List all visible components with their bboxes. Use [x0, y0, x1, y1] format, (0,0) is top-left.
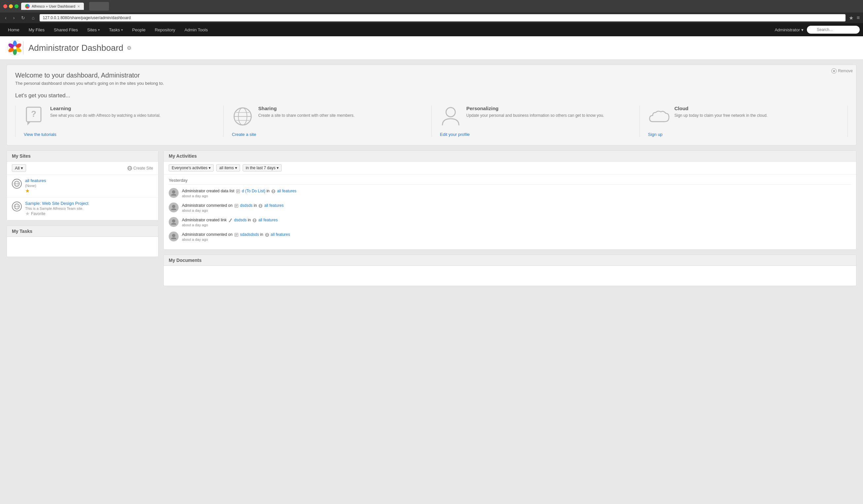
doc-icon-1 — [234, 204, 238, 208]
minimize-window-button[interactable] — [9, 4, 13, 8]
activity-site-link-0[interactable]: all features — [277, 189, 297, 193]
my-documents-body — [164, 266, 856, 286]
page-header: Administrator Dashboard ⚙ — [0, 36, 863, 60]
site-favorite-label-1[interactable]: Favorite — [31, 211, 45, 216]
nav-tasks[interactable]: Tasks ▾ — [104, 23, 127, 36]
activity-site-link-3[interactable]: all features — [271, 232, 290, 237]
nav-admin-tools[interactable]: Admin Tools — [180, 23, 213, 36]
sign-up-link[interactable]: Sign up — [648, 132, 663, 137]
admin-user-menu[interactable]: Administrator ▾ — [775, 27, 803, 32]
nav-sites[interactable]: Sites ▾ — [83, 23, 104, 36]
svg-point-7 — [13, 46, 16, 50]
learning-desc: See what you can do with Alfresco by wat… — [50, 113, 161, 118]
activities-items-filter[interactable]: all items ▾ — [216, 164, 240, 171]
sharing-title: Sharing — [258, 105, 354, 111]
list-doc-icon-0 — [236, 189, 240, 193]
remove-button[interactable]: ✕ Remove — [831, 68, 853, 74]
home-button[interactable]: ⌂ — [30, 14, 36, 21]
main-content: ✕ Remove Welcome to your dashboard, Admi… — [0, 60, 863, 291]
maximize-window-button[interactable] — [14, 4, 18, 8]
activity-doc-link-2[interactable]: dsdsds — [234, 218, 247, 222]
nav-right: Administrator ▾ 🔍 — [775, 26, 860, 34]
activity-doc-link-1[interactable]: dsdsds — [240, 203, 252, 208]
activity-time-2: about a day ago — [182, 223, 278, 227]
customize-dashboard-icon[interactable]: ⚙ — [127, 45, 132, 51]
browser-tab[interactable]: Alfresco » User Dashboard ✕ — [21, 3, 84, 10]
address-bar[interactable] — [40, 14, 846, 22]
site-name-all-features[interactable]: all features — [25, 178, 153, 183]
site-desc-all-features: (None) — [25, 184, 153, 188]
svg-text:?: ? — [31, 109, 36, 119]
feature-top-cloud: Cloud Sign up today to claim your free n… — [648, 105, 839, 127]
activity-detail-3: Administrator commented on sdadsdsds in — [182, 232, 290, 237]
site-favorite-star-0[interactable]: ★ — [25, 188, 153, 194]
activity-avatar-2 — [169, 217, 179, 227]
learning-title: Learning — [50, 105, 161, 111]
welcome-subtitle: The personal dashboard shows you what's … — [15, 81, 848, 86]
cloud-desc: Sign up today to claim your free network… — [675, 113, 767, 118]
activities-everyone-filter[interactable]: Everyone's activities ▾ — [169, 164, 214, 171]
activities-body: Yesterday Administrator created d — [164, 175, 856, 249]
tab-favicon — [25, 4, 30, 9]
activities-days-filter[interactable]: in the last 7 days ▾ — [243, 164, 282, 171]
admin-dropdown-icon: ▾ — [801, 27, 803, 32]
reload-button[interactable]: ↻ — [20, 14, 27, 21]
my-tasks-body — [7, 237, 158, 257]
my-documents-panel: My Documents — [163, 255, 856, 286]
activity-text-2: Administrator created link dsdsds in — [182, 217, 278, 227]
sites-filter-dropdown[interactable]: All ▾ — [12, 164, 26, 172]
activity-text-1: Administrator commented on dsdsds in — [182, 203, 284, 212]
learning-text: Learning See what you can do with Alfres… — [50, 105, 161, 118]
tasks-dropdown-icon: ▾ — [121, 28, 123, 32]
globe-create-icon — [127, 166, 132, 170]
sites-dropdown-icon: ▾ — [98, 28, 100, 32]
nav-shared-files[interactable]: Shared Files — [49, 23, 83, 36]
nav-people[interactable]: People — [127, 23, 150, 36]
view-tutorials-link[interactable]: View the tutorials — [24, 132, 57, 137]
site-favorite-star-1[interactable]: ★ — [25, 210, 30, 217]
activity-time-3: about a day ago — [182, 237, 290, 242]
activity-doc-link-3[interactable]: sdadsdsds — [240, 232, 259, 237]
feature-top-sharing: Sharing Create a site to share content w… — [232, 105, 423, 127]
edit-profile-link[interactable]: Edit your profile — [440, 132, 470, 137]
create-site-button[interactable]: Create Site — [127, 166, 153, 170]
activity-detail-2: Administrator created link dsdsds in — [182, 217, 278, 223]
site-globe-icon-2 — [12, 202, 22, 211]
welcome-title: Welcome to your dashboard, Administrator — [15, 72, 848, 79]
question-icon-svg: ? — [25, 105, 45, 127]
feature-personalizing: Personalizing Update your personal and b… — [432, 105, 640, 137]
window-controls — [3, 4, 18, 8]
nav-home[interactable]: Home — [3, 23, 24, 36]
back-button[interactable]: ‹ — [3, 14, 8, 21]
filter1-dropdown-icon: ▾ — [209, 166, 211, 170]
cloud-text: Cloud Sign up today to claim your free n… — [675, 105, 767, 118]
create-site-link[interactable]: Create a site — [232, 132, 256, 137]
activity-text-0: Administrator created data list d (To Do… — [182, 188, 297, 198]
filter2-dropdown-icon: ▾ — [235, 166, 237, 170]
tab-close-icon[interactable]: ✕ — [77, 4, 80, 8]
activity-site-link-2[interactable]: all features — [258, 218, 278, 222]
search-wrap: 🔍 — [807, 26, 860, 34]
cloud-icon — [648, 105, 670, 127]
link-icon-2 — [228, 218, 233, 222]
svg-marker-10 — [27, 122, 31, 125]
two-col-layout: My Sites All ▾ Create Site — [7, 151, 856, 286]
search-input[interactable] — [807, 26, 860, 34]
close-window-button[interactable] — [3, 4, 7, 8]
browser-menu-icon[interactable]: ≡ — [857, 15, 860, 21]
welcome-panel: ✕ Remove Welcome to your dashboard, Admi… — [7, 65, 856, 145]
bookmark-icon[interactable]: ★ — [849, 15, 853, 21]
feature-sharing: Sharing Create a site to share content w… — [224, 105, 432, 137]
activity-avatar-1 — [169, 203, 179, 212]
site-name-sample[interactable]: Sample: Web Site Design Project — [25, 201, 153, 206]
forward-button[interactable]: › — [12, 14, 16, 21]
nav-my-files[interactable]: My Files — [24, 23, 49, 36]
activity-site-link-1[interactable]: all features — [264, 203, 284, 208]
tab-title: Alfresco » User Dashboard — [32, 4, 75, 8]
nav-repository[interactable]: Repository — [150, 23, 180, 36]
activity-item-1: Administrator commented on dsdsds in — [169, 203, 851, 212]
activity-detail-0: Administrator created data list d (To Do… — [182, 188, 297, 194]
activity-site-icon-3 — [265, 233, 269, 237]
activity-doc-link-0[interactable]: d (To Do List) — [242, 189, 265, 193]
activity-item-0: Administrator created data list d (To Do… — [169, 188, 851, 198]
